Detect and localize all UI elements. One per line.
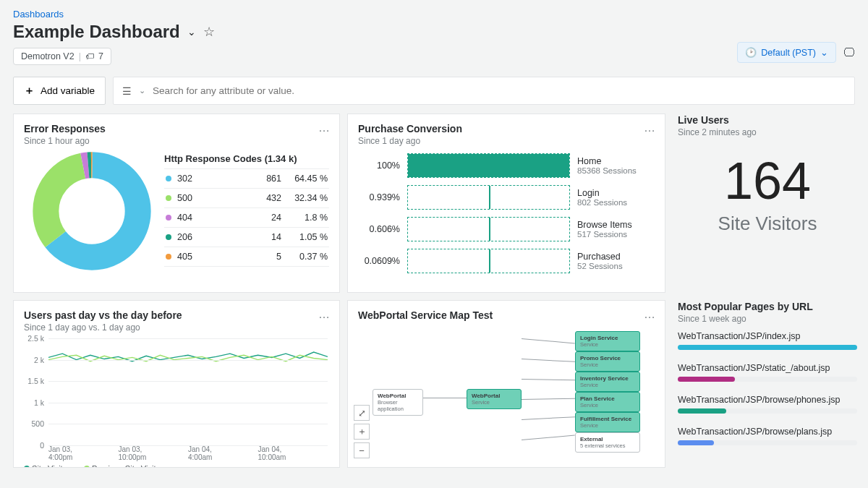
node-service[interactable]: WebPortalService: [467, 389, 522, 409]
card-title: Users past day vs the day before: [24, 309, 329, 321]
service-map[interactable]: WebPortalBrowser application WebPortalSe…: [358, 324, 655, 457]
timezone-picker[interactable]: 🕑 Default (PST) ⌄: [737, 42, 836, 63]
card-error-responses: … Error Responses Since 1 hour ago Http …: [13, 114, 340, 293]
legend-value: 14: [250, 232, 281, 242]
card-users-comparison: … Users past day vs the day before Since…: [13, 300, 340, 468]
live-users-caption: Site Visitors: [681, 213, 854, 235]
card-subtitle: Since 1 day ago: [358, 136, 655, 146]
funnel-bar: [407, 185, 570, 210]
card-title: Most Popular Pages by URL: [678, 301, 857, 312]
zoom-fit-button[interactable]: ⤢: [354, 405, 370, 421]
card-subtitle: Since 1 week ago: [678, 314, 857, 324]
x-tick: Jan 04, 4:00am: [188, 445, 258, 461]
more-icon[interactable]: …: [318, 308, 331, 321]
x-tick: Jan 03, 4:00pm: [48, 445, 119, 461]
clock-icon: 🕑: [745, 47, 757, 58]
legend-dot: [166, 254, 171, 260]
funnel-pct: 100%: [358, 160, 400, 171]
legend-row[interactable]: 404 24 1.8 %: [164, 207, 329, 227]
node-leaf[interactable]: Plan ServiceService: [575, 392, 640, 412]
legend-row[interactable]: 302 861 64.45 %: [164, 168, 329, 188]
page-bar: [678, 345, 857, 350]
card-purchase-conversion: … Purchase Conversion Since 1 day ago 10…: [347, 114, 665, 293]
search-input[interactable]: [153, 85, 846, 96]
breadcrumb[interactable]: Dashboards: [13, 7, 855, 20]
legend-title: Http Response Codes (1.34 k): [164, 153, 329, 164]
chart-legend-item: Site Visitors: [24, 464, 74, 468]
card-service-map: … WebPortal Service Map Test WebPortalBr…: [347, 300, 665, 468]
funnel-row: 0.606% Browse Items517 Sessions: [358, 217, 655, 241]
page-url: WebTransaction/JSP/index.jsp: [678, 331, 857, 341]
y-tick: 500: [31, 419, 44, 428]
funnel-label: Browse Items517 Sessions: [577, 220, 632, 239]
funnel-bar: [407, 153, 570, 178]
page-bar: [678, 440, 857, 445]
node-leaf[interactable]: Inventory ServiceService: [575, 372, 640, 392]
node-browser[interactable]: WebPortalBrowser application: [373, 389, 423, 416]
funnel-label: Purchased52 Sessions: [577, 252, 623, 270]
search-bar[interactable]: ☰ ⌄: [113, 77, 855, 105]
y-tick: 2.5 k: [27, 334, 44, 343]
node-leaf[interactable]: Fulfillment ServiceService: [575, 412, 640, 432]
svg-point-4: [46, 165, 137, 257]
card-title: Error Responses: [24, 123, 329, 134]
node-leaf[interactable]: Promo ServiceService: [575, 351, 640, 372]
add-variable-button[interactable]: ＋ Add variable: [13, 77, 106, 105]
add-variable-label: Add variable: [41, 85, 95, 96]
chart-legend-item: Previous Site Visitors: [84, 464, 167, 468]
legend-row[interactable]: 500 432 32.34 %: [164, 188, 329, 207]
page-bar: [678, 377, 857, 382]
more-icon[interactable]: …: [644, 308, 656, 321]
page-bar: [678, 408, 857, 414]
page-row[interactable]: WebTransaction/JSP/static_/about.jsp: [678, 363, 857, 382]
fullscreen-icon[interactable]: 🖵: [843, 46, 855, 59]
legend-pct: 64.45 %: [287, 174, 328, 184]
funnel-bar: [407, 249, 570, 273]
y-tick: 1 k: [34, 398, 44, 407]
more-icon[interactable]: …: [318, 121, 331, 134]
x-tick: Jan 03, 10:00pm: [119, 445, 189, 461]
chevron-down-icon[interactable]: ⌄: [139, 86, 145, 95]
more-icon[interactable]: …: [644, 121, 656, 134]
card-popular-pages: Most Popular Pages by URL Since 1 week a…: [673, 300, 858, 468]
chevron-down-icon[interactable]: ⌄: [187, 26, 196, 38]
zoom-out-button[interactable]: −: [354, 442, 370, 458]
account-chip-label: Demotron V2: [21, 51, 75, 61]
node-leaf[interactable]: External5 external services: [575, 432, 640, 453]
funnel-row: 0.0609% Purchased52 Sessions: [358, 249, 655, 273]
page-row[interactable]: WebTransaction/JSP/browse/plans.jsp: [678, 427, 857, 445]
page-row[interactable]: WebTransaction/JSP/browse/phones.jsp: [678, 395, 857, 414]
y-tick: 2 k: [34, 356, 44, 364]
funnel-label: Login802 Sessions: [577, 188, 627, 207]
legend-dot: [166, 195, 171, 201]
legend-value: 432: [250, 193, 281, 203]
card-subtitle: Since 1 day ago vs. 1 day ago: [24, 322, 329, 333]
page-row[interactable]: WebTransaction/JSP/index.jsp: [678, 331, 857, 350]
page-url: WebTransaction/JSP/browse/phones.jsp: [678, 395, 857, 405]
legend-pct: 0.37 %: [287, 252, 328, 262]
timezone-label: Default (PST): [761, 48, 816, 58]
funnel-pct: 0.606%: [358, 224, 400, 234]
legend-value: 861: [250, 174, 281, 184]
star-icon[interactable]: ☆: [203, 24, 215, 40]
filter-icon: ☰: [122, 85, 132, 97]
funnel-row: 0.939% Login802 Sessions: [358, 185, 655, 210]
legend-dot: [166, 176, 171, 181]
tag-icon: 🏷: [85, 51, 94, 61]
y-tick: 0: [40, 441, 44, 450]
legend-value: 24: [250, 213, 281, 223]
card-title: WebPortal Service Map Test: [358, 309, 655, 321]
legend-row[interactable]: 206 14 1.05 %: [164, 227, 329, 247]
card-live-users: Live Users Since 2 minutes ago 164 Site …: [673, 114, 858, 293]
legend-pct: 32.34 %: [287, 193, 328, 203]
donut-chart: [24, 150, 160, 272]
card-title: Live Users: [678, 114, 857, 126]
chevron-down-icon: ⌄: [820, 47, 828, 58]
account-chip[interactable]: Demotron V2 | 🏷 7: [13, 48, 111, 65]
legend-dot: [166, 215, 171, 221]
tag-count: 7: [98, 51, 103, 61]
zoom-in-button[interactable]: ＋: [354, 424, 370, 440]
legend-row[interactable]: 405 5 0.37 %: [164, 247, 329, 267]
legend-pct: 1.05 %: [287, 232, 328, 242]
node-leaf[interactable]: Login ServiceService: [575, 331, 640, 351]
